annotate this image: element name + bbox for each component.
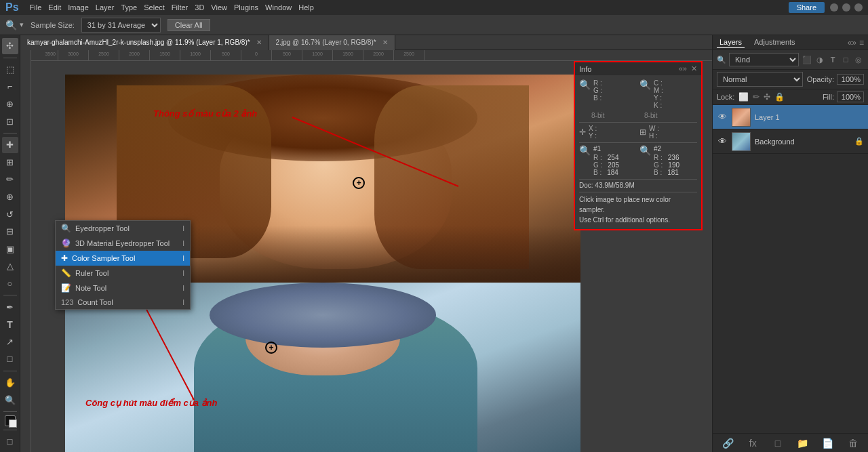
tab-second-close[interactable]: ✕ <box>382 39 388 46</box>
brush-tool[interactable]: ✏ <box>2 171 18 188</box>
link-layers-button[interactable]: 🔗 <box>720 436 735 451</box>
menu-3d[interactable]: 3D <box>195 3 204 12</box>
layer-1-visibility-toggle[interactable]: 👁 <box>717 112 728 122</box>
filter-pixel-icon[interactable]: ⬛ <box>802 54 812 65</box>
layers-footer: 🔗 fx □ 📁 📄 🗑 <box>713 433 868 452</box>
lock-all-icon[interactable]: 🔒 <box>774 92 785 102</box>
lock-image-icon[interactable]: ✏ <box>753 92 760 102</box>
layer-item-1[interactable]: 👁 Layer 1 <box>713 105 868 129</box>
lasso-tool[interactable]: ⌐ <box>2 79 18 95</box>
type-tool[interactable]: T <box>2 316 18 333</box>
tab-second-label: 2.jpg @ 16.7% (Layer 0, RGB/8)* <box>276 39 376 46</box>
ruler-tool-item[interactable]: 📏 Ruler Tool I <box>56 266 190 281</box>
filter-icon-group: ⬛ ◑ T □ ◎ <box>802 54 864 65</box>
panel-menu-icon[interactable]: ≡ <box>859 38 864 47</box>
ruler-shortcut: I <box>182 270 184 277</box>
clear-all-button[interactable]: Clear All <box>167 19 210 31</box>
color-sampler-item[interactable]: ✚ Color Sampler Tool I <box>56 251 190 266</box>
document-tabs: kamyar-ghalamchi-AmuzHl_2r-k-unsplash.jp… <box>20 35 712 50</box>
add-mask-button[interactable]: □ <box>770 436 785 451</box>
tool-context-menu: 🔍 Eyedropper Tool I 🔮 3D Material Eyedro… <box>55 220 191 310</box>
healing-tool[interactable]: ⊞ <box>2 155 18 171</box>
sample-size-select[interactable]: 31 by 31 Average <box>81 18 161 33</box>
pen-tool[interactable]: ✒ <box>2 299 18 315</box>
panel-collapse-icon[interactable]: «» <box>848 38 856 47</box>
history-brush[interactable]: ↺ <box>2 206 18 222</box>
left-toolbar: ✣ ⬚ ⌐ ⊕ ⊡ ✚ ⊞ ✏ ⊕ ↺ ⊟ ▣ △ ○ ✒ T ↗ □ ✋ 🔍 … <box>0 35 20 452</box>
screen-mode[interactable]: □ <box>2 434 18 450</box>
menu-file[interactable]: File <box>30 3 42 12</box>
tab-second-document[interactable]: 2.jpg @ 16.7% (Layer 0, RGB/8)* ✕ <box>269 35 395 50</box>
layers-tab[interactable]: Layers <box>717 37 745 48</box>
quick-select-tool[interactable]: ⊕ <box>2 96 18 112</box>
move-tool[interactable]: ✣ <box>2 38 18 54</box>
tab-main-label: kamyar-ghalamchi-AmuzHl_2r-k-unsplash.jp… <box>27 39 250 46</box>
new-layer-button[interactable]: 📄 <box>821 436 835 451</box>
hand-tool[interactable]: ✋ <box>2 375 18 391</box>
menu-image[interactable]: Image <box>68 3 89 12</box>
dodge-tool[interactable]: ○ <box>2 276 18 292</box>
x-value <box>602 125 619 132</box>
stamp-tool[interactable]: ⊕ <box>2 189 18 205</box>
tab-main-close[interactable]: ✕ <box>256 39 262 46</box>
note-tool-item[interactable]: 📝 Note Tool I <box>56 281 190 295</box>
k-label: K : <box>654 102 662 109</box>
shape-tool[interactable]: □ <box>2 351 18 367</box>
opacity-row: Opacity: <box>807 74 864 85</box>
info-close-icon[interactable]: ✕ <box>691 64 697 73</box>
maximize-button[interactable] <box>842 3 850 12</box>
eraser-tool[interactable]: ⊟ <box>2 224 18 240</box>
gradient-tool[interactable]: ▣ <box>2 241 18 258</box>
zoom-tool[interactable]: 🔍 <box>2 392 18 408</box>
filter-shape-icon[interactable]: □ <box>840 54 851 65</box>
blur-tool[interactable]: △ <box>2 258 18 274</box>
fill-input[interactable] <box>837 91 864 102</box>
options-bar: 🔍 ▾ Sample Size: 31 by 31 Average Clear … <box>0 15 868 35</box>
filter-smart-icon[interactable]: ◎ <box>853 54 864 65</box>
layer-item-background[interactable]: 👁 Background 🔒 <box>713 129 868 154</box>
adjustments-tab[interactable]: Adjustments <box>751 37 798 48</box>
path-select-tool[interactable]: ↗ <box>2 333 18 350</box>
y-value <box>667 94 684 102</box>
foreground-color[interactable] <box>5 415 16 426</box>
right-panel-header: Layers Adjustments «» ≡ <box>713 35 868 50</box>
canvas-content[interactable]: + <box>31 61 712 452</box>
marquee-tool[interactable]: ⬚ <box>2 62 18 78</box>
menu-help[interactable]: Help <box>298 3 314 12</box>
menu-layer[interactable]: Layer <box>96 3 115 12</box>
y-coord-label: Y : <box>589 132 597 140</box>
s1-r-label: R : <box>593 154 602 161</box>
eyedropper-tool[interactable]: ✚ <box>2 137 18 153</box>
layers-kind-select[interactable]: Kind <box>729 53 799 66</box>
add-style-button[interactable]: fx <box>745 436 760 451</box>
filter-adj-icon[interactable]: ◑ <box>814 54 825 65</box>
menu-edit[interactable]: Edit <box>48 3 61 12</box>
menu-window[interactable]: Window <box>265 3 292 12</box>
menu-view[interactable]: View <box>211 3 227 12</box>
eyedropper-tool-item[interactable]: 🔍 Eyedropper Tool I <box>56 221 190 236</box>
delete-layer-button[interactable]: 🗑 <box>846 436 861 451</box>
tab-main-document[interactable]: kamyar-ghalamchi-AmuzHl_2r-k-unsplash.jp… <box>20 35 269 50</box>
menu-filter[interactable]: Filter <box>172 3 188 12</box>
menu-type[interactable]: Type <box>121 3 137 12</box>
menu-select[interactable]: Select <box>144 3 165 12</box>
close-button[interactable] <box>854 3 863 12</box>
lock-position-icon[interactable]: ✣ <box>764 92 770 102</box>
opacity-input[interactable] <box>837 74 864 85</box>
minimize-button[interactable] <box>830 3 838 12</box>
share-button[interactable]: Share <box>789 2 825 13</box>
new-group-button[interactable]: 📁 <box>795 436 810 451</box>
count-tool-item[interactable]: 123 Count Tool I <box>56 295 190 309</box>
3d-eyedropper-item[interactable]: 🔮 3D Material Eyedropper Tool I <box>56 236 190 251</box>
info-expand-icon[interactable]: «» <box>679 64 687 73</box>
info-panel-title: Info <box>579 65 591 73</box>
blend-mode-select[interactable]: Normal <box>717 72 803 87</box>
menu-plugins[interactable]: Plugins <box>234 3 258 12</box>
crop-tool[interactable]: ⊡ <box>2 113 18 129</box>
count-icon: 123 <box>61 298 73 306</box>
layers-lock-row: Lock: ⬜ ✏ ✣ 🔒 Fill: <box>713 89 868 105</box>
filter-type-icon[interactable]: T <box>827 54 838 65</box>
lock-pixels-icon[interactable]: ⬜ <box>738 92 749 102</box>
note-label: Note Tool <box>75 284 106 292</box>
background-visibility-toggle[interactable]: 👁 <box>717 136 728 146</box>
